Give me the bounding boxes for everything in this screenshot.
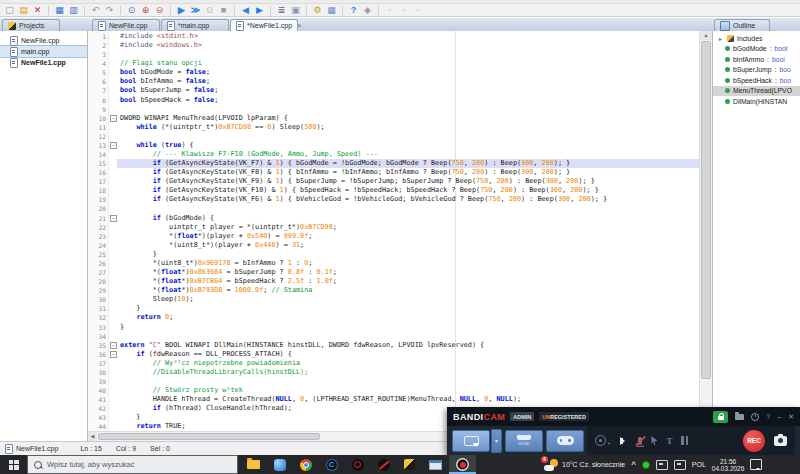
screenshot-icon[interactable] <box>774 436 787 446</box>
device-recording-mode-button[interactable]: HDMI <box>505 430 543 452</box>
new-file-icon[interactable]: ▢ <box>4 5 15 16</box>
tray-expand-icon[interactable]: ^ <box>631 460 636 469</box>
keyboard-language[interactable]: POL <box>692 461 706 468</box>
mode-dropdown-icon[interactable]: ▼ <box>491 429 502 453</box>
vscroll-thumb[interactable] <box>701 41 711 379</box>
extra-2-icon[interactable]: ▫ <box>398 5 409 16</box>
extra-1-icon[interactable]: ▫ <box>384 5 395 16</box>
find-replace-icon[interactable]: ⊕ <box>140 5 151 16</box>
outline-item[interactable]: ▸Includes <box>713 33 800 44</box>
pause-icon[interactable] <box>681 436 687 445</box>
tab-projects[interactable]: Projects <box>2 19 60 31</box>
taskbar-app-slashapp[interactable] <box>370 455 397 474</box>
bookmarks-icon[interactable]: ≣ <box>276 5 287 16</box>
code-area[interactable]: 1#include <stdint.h>2#include <windows.h… <box>88 32 699 431</box>
outline-item[interactable]: bSpeedHack : boo <box>713 75 800 86</box>
fold-marker-icon[interactable] <box>109 350 117 359</box>
start-button[interactable] <box>0 455 27 474</box>
taskbar-clock[interactable]: 21:56 04.03.2026 <box>712 458 745 472</box>
project-file-item[interactable]: NewFile1.cpp <box>0 57 87 68</box>
action-center-icon[interactable] <box>750 459 762 470</box>
speaker-icon[interactable] <box>620 437 629 445</box>
tab-close-icon[interactable]: × <box>297 22 301 29</box>
record-button[interactable]: REC <box>743 430 765 452</box>
taskbar-app-ce[interactable] <box>396 455 423 474</box>
editor-tab-2[interactable]: *main.cpp <box>161 19 229 31</box>
code-editor[interactable]: 1#include <stdint.h>2#include <windows.h… <box>88 31 712 441</box>
panel-icon[interactable]: ▣ <box>290 5 301 16</box>
vertical-scrollbar[interactable]: ▲ ▼ <box>699 31 712 431</box>
code-line: 5bool bGodMode = false; <box>88 68 699 77</box>
undo-icon[interactable]: ↶ <box>90 5 101 16</box>
webcam-button[interactable]: ▼ <box>595 435 611 446</box>
schedule-icon[interactable] <box>751 413 759 421</box>
taskbar-bandicam-button[interactable] <box>449 455 476 474</box>
member-dot-icon <box>725 57 730 62</box>
taskbar-app-capp[interactable]: C <box>318 455 345 474</box>
open-file-icon[interactable]: ▤ <box>18 5 29 16</box>
lock-button[interactable] <box>713 411 728 423</box>
tray-icon-2[interactable] <box>674 460 686 470</box>
save-icon[interactable]: ▦ <box>54 5 65 16</box>
taskbar-app-ide[interactable] <box>422 455 449 474</box>
hscroll-thumb[interactable] <box>98 433 320 440</box>
docs-icon[interactable]: ◈ <box>362 5 373 16</box>
close-icon[interactable]: ✕ <box>788 413 794 421</box>
weather-widget[interactable]: 4 10°C Cz. słonecznie <box>544 459 625 471</box>
taskbar-app-redapp[interactable] <box>344 455 371 474</box>
build-settings-icon[interactable]: ⚙ <box>312 5 323 16</box>
project-file-item[interactable]: main.cpp <box>0 46 87 57</box>
screen-recording-mode-button[interactable] <box>452 430 490 452</box>
code-line: 41 HANDLE hThread = CreateThread(NULL, 0… <box>88 395 699 404</box>
tab-outline[interactable]: Outline <box>714 19 770 31</box>
output-folder-icon[interactable] <box>735 414 744 420</box>
help-icon[interactable]: ? <box>766 413 770 420</box>
game-recording-mode-button[interactable] <box>546 430 584 452</box>
taskbar-search[interactable]: Wpisz tutaj, aby wyszukać <box>27 455 238 474</box>
windows-icon[interactable]: ▦ <box>326 5 337 16</box>
save-all-icon[interactable]: ▥ <box>68 5 79 16</box>
fold-marker-icon[interactable] <box>109 341 117 350</box>
run-icon[interactable]: ▶ <box>176 5 187 16</box>
editor-tab-3[interactable]: *NewFile1.cpp× <box>230 19 298 31</box>
close-file-icon[interactable]: ✕ <box>32 5 43 16</box>
outline-item[interactable]: bGodMode : bool <box>713 44 800 55</box>
outline-item[interactable]: bSuperJump : boo <box>713 65 800 76</box>
find-icon[interactable]: ⊙ <box>126 5 137 16</box>
outline-item[interactable]: bInfAmmo : bool <box>713 54 800 65</box>
extra-3-icon[interactable]: ▫ <box>412 5 423 16</box>
scroll-left-icon[interactable]: ◀ <box>88 432 97 441</box>
scroll-up-icon[interactable]: ▲ <box>700 31 712 40</box>
fold-marker-icon[interactable] <box>109 141 117 150</box>
antivirus-tray-icon[interactable] <box>642 461 650 469</box>
minimize-icon[interactable]: – <box>777 413 781 420</box>
taskbar-app-mail[interactable] <box>266 455 293 474</box>
project-file-item[interactable]: NewFile.cpp <box>0 35 87 46</box>
fold-marker-icon[interactable] <box>109 114 117 123</box>
taskbar-app-chrome[interactable] <box>292 455 319 474</box>
nav-back-icon[interactable]: ◀ <box>240 5 251 16</box>
microphone-muted-icon[interactable] <box>638 437 643 445</box>
goto-icon[interactable]: ⊖ <box>154 5 165 16</box>
run-next-icon[interactable]: ≫ <box>190 5 201 16</box>
text-overlay-icon[interactable]: T <box>666 436 672 446</box>
taskbar-app-folder[interactable] <box>240 455 267 474</box>
line-number: 27 <box>88 268 109 277</box>
bandicam-titlebar[interactable]: BANDICAM ADMIN UNREGISTERED ? – ✕ <box>447 407 800 426</box>
member-dot-icon <box>725 78 730 83</box>
redo-icon[interactable]: ↷ <box>104 5 115 16</box>
fold-marker-icon[interactable] <box>109 214 117 223</box>
nav-forward-icon[interactable]: ▶ <box>254 5 265 16</box>
code-line: 23 *(float*)(player + 0x540) = 999.0f; <box>88 232 699 241</box>
statusbar-file[interactable]: NewFile1.cpp <box>0 444 66 454</box>
outline-item[interactable]: DllMain(HINSTAN <box>713 96 800 107</box>
help-icon[interactable]: ? <box>348 5 359 16</box>
search-disabled-icon[interactable]: ⊙ <box>204 5 215 16</box>
chevron-right-icon[interactable]: ▸ <box>719 35 724 42</box>
stop-icon[interactable]: ■ <box>218 5 229 16</box>
editor-tab-1[interactable]: NewFile.cpp <box>92 19 160 31</box>
tray-icon-1[interactable] <box>656 460 668 470</box>
mouse-cursor-icon[interactable] <box>651 436 657 445</box>
line-number: 37 <box>88 359 109 368</box>
outline-item[interactable]: MenuThread(LPVO <box>713 86 800 97</box>
